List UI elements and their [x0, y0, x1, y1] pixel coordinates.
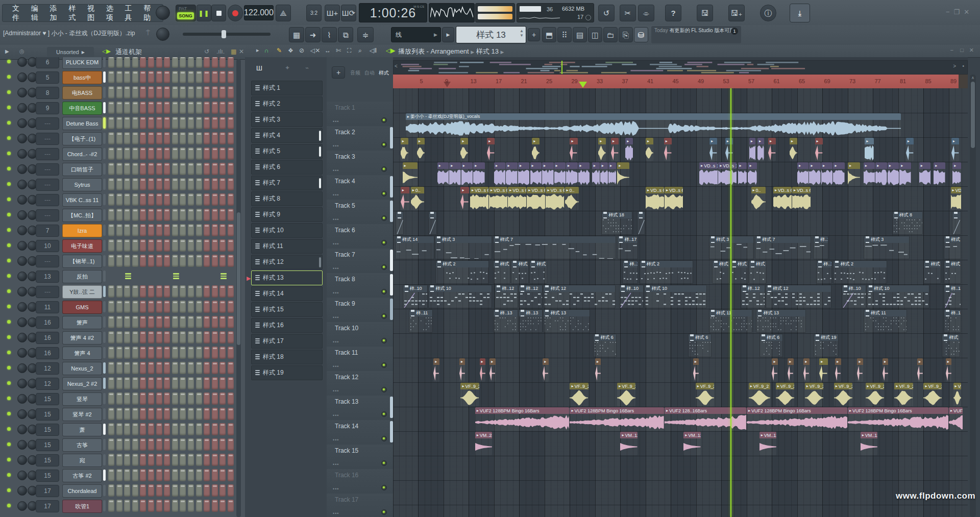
channel-target-box[interactable]: 17 [36, 500, 59, 512]
step-cell[interactable] [148, 362, 154, 374]
step-cell[interactable] [219, 454, 226, 466]
step-cell[interactable] [140, 500, 146, 512]
step-cell[interactable] [116, 316, 122, 328]
audio-clip[interactable]: ▸ [449, 162, 461, 186]
step-cell[interactable] [164, 392, 170, 405]
clip-header[interactable]: ▸ [821, 162, 833, 169]
clip-header[interactable]: ▸VD..s 6 [489, 187, 507, 193]
step-cell[interactable] [212, 285, 218, 298]
step-cell[interactable] [204, 301, 210, 313]
track-mute-led[interactable] [381, 289, 387, 294]
step-cell[interactable] [164, 132, 170, 144]
clip-header[interactable]: ▸ [917, 358, 923, 365]
pattern-clip-样式 19[interactable]: 样式 19 [814, 334, 838, 357]
step-cell[interactable] [228, 484, 234, 497]
clip-header[interactable]: ▸ [611, 138, 619, 144]
clip-header[interactable]: 样..12 [519, 285, 542, 292]
step-cell[interactable] [219, 408, 226, 420]
step-cell[interactable] [188, 132, 194, 144]
audio-clip[interactable]: ▸ [646, 138, 653, 161]
clip-header[interactable]: ▸ [906, 138, 914, 144]
clip-header[interactable]: ▸ [738, 162, 747, 169]
step-cell[interactable] [204, 239, 210, 252]
clip-header[interactable]: ▸ [725, 138, 733, 144]
audio-clip-VD..s 6[interactable]: ▸VD..s 6 [773, 187, 792, 210]
clip-header[interactable]: 样式 3 [435, 236, 492, 243]
step-cell[interactable] [140, 117, 146, 129]
app-minimize-button[interactable]: − [946, 8, 950, 17]
audio-clip[interactable]: ▸ [815, 138, 823, 161]
audio-clip-VF..9_2[interactable]: ▸VF..9_2 [776, 383, 794, 406]
step-cell[interactable] [219, 331, 226, 343]
channel-pan-knob[interactable] [17, 226, 27, 235]
track-mute-led[interactable] [381, 191, 387, 196]
playlist-scrollbar-handle[interactable] [971, 82, 975, 148]
step-cell[interactable] [116, 423, 122, 435]
step-cell[interactable] [172, 331, 178, 343]
tab-automation[interactable]: 自动 [364, 69, 375, 77]
lane-track-2[interactable]: ▸姜小小 - 牵丝戏(DJ亚明版)_vocals [393, 113, 968, 138]
clip-header[interactable]: ▸ [489, 358, 495, 365]
menu-item-5[interactable]: 选项 [102, 4, 120, 22]
channel-button-中音BASS[interactable]: 中音BASS [62, 102, 102, 115]
step-cell[interactable] [124, 377, 130, 389]
audio-clip[interactable]: ▸ [709, 138, 717, 161]
playlist-scrollbar[interactable]: ∧ [970, 75, 976, 517]
track-header-track-3[interactable]: Track 3••• [327, 151, 393, 176]
tab-patterns[interactable]: 样式 [379, 69, 389, 77]
step-cell[interactable] [212, 163, 218, 175]
step-cell[interactable] [156, 239, 162, 252]
step-cell[interactable] [188, 301, 194, 313]
channel-target-box[interactable]: 12 [36, 378, 59, 390]
channel-target-box[interactable]: --- [36, 133, 59, 145]
track-header-track-16[interactable]: Track 16••• [327, 469, 393, 494]
step-cell[interactable] [164, 117, 170, 129]
step-cell[interactable] [148, 224, 154, 236]
step-cell[interactable] [148, 285, 154, 298]
channel-button-【MC..拍】[interactable]: 【MC..拍】 [62, 209, 102, 222]
channel-mute-led[interactable] [7, 243, 11, 247]
lane-track-6[interactable]: 样式 18样式 8 [393, 211, 968, 236]
track-header-track-9[interactable]: Track 9••• [327, 298, 393, 323]
track-header-track-12[interactable]: Track 12••• [327, 371, 393, 396]
track-header-track-10[interactable]: Track 10••• [327, 322, 393, 347]
audio-clip[interactable]: ▸ [487, 138, 495, 161]
step-cell[interactable] [212, 178, 218, 190]
lane-track-16[interactable] [393, 456, 968, 481]
channel-pan-knob[interactable] [17, 88, 27, 97]
step-cell[interactable] [164, 163, 170, 175]
step-cell[interactable] [140, 347, 146, 359]
audio-clip[interactable]: ▸ [875, 162, 887, 186]
pattern-clip-样式 4[interactable]: 样式 4 [493, 260, 511, 284]
step-cell[interactable] [172, 209, 178, 221]
track-header-track-17[interactable]: Track 17••• [327, 494, 393, 517]
step-cell[interactable] [204, 285, 210, 298]
audio-clip-姜小小 - 牵丝戏(DJ亚明版)_vocals[interactable]: ▸姜小小 - 牵丝戏(DJ亚明版)_vocals [406, 113, 901, 137]
lane-track-12[interactable]: ▸▸▸▸▸▸▸▸▸▸▸▸▸▸▸▸ [393, 358, 968, 383]
clip-header[interactable]: 样..10 [620, 285, 643, 292]
pattern-clip-样式 4[interactable]: 样式 4 [730, 260, 748, 284]
track-header-track-4[interactable]: Track 4••• [327, 175, 393, 200]
step-cell[interactable] [132, 500, 138, 512]
clip-header[interactable]: 样..12 [495, 285, 518, 292]
step-cell[interactable] [228, 438, 234, 451]
clip-header[interactable]: 样式 6 [760, 334, 782, 341]
track-mute-led[interactable] [381, 240, 387, 245]
step-cell[interactable] [108, 178, 114, 190]
step-cell[interactable] [108, 163, 114, 175]
step-cell[interactable] [108, 500, 114, 512]
pattern-clip-样..17[interactable]: 样..17 [622, 260, 638, 284]
clip-header[interactable]: ▸ [749, 138, 756, 144]
step-cell[interactable] [196, 239, 202, 252]
audio-clip[interactable]: ▸ [543, 358, 548, 382]
step-cell[interactable] [124, 316, 130, 328]
pattern-clip-样式 4[interactable]: 样式 4 [923, 260, 941, 284]
clip-header[interactable]: 样式 4 [731, 261, 748, 267]
step-cell[interactable] [188, 316, 194, 328]
channel-pan-knob[interactable] [17, 287, 27, 297]
step-cell[interactable] [180, 347, 186, 359]
channel-pan-knob[interactable] [17, 164, 27, 174]
step-cell[interactable] [212, 117, 218, 129]
audio-clip[interactable]: ▸ [460, 187, 469, 210]
audio-clip-VF..9_2[interactable]: ▸VF..9_2 [923, 383, 942, 406]
